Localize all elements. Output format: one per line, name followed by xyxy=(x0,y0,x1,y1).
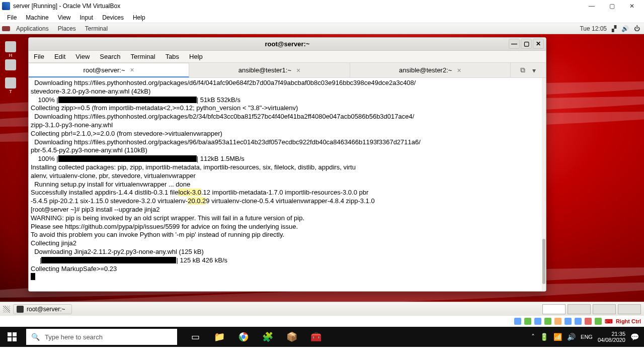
vbox-host-key: Right Ctrl xyxy=(616,318,641,324)
terminal-icon xyxy=(17,306,24,313)
terminal-minimize-button[interactable]: — xyxy=(509,39,520,49)
terminal-close-button[interactable]: ✕ xyxy=(533,39,544,49)
network-icon[interactable]: ▞ xyxy=(612,25,616,32)
tab-close-icon[interactable]: × xyxy=(296,66,300,74)
gnome-menu-applications[interactable]: Applications xyxy=(12,24,53,33)
vbox-audio-icon[interactable] xyxy=(534,318,541,325)
notifications-icon[interactable]: 💬 xyxy=(630,333,639,341)
search-icon: 🔍 xyxy=(31,333,40,341)
windows-search-input[interactable]: 🔍 Type here to search xyxy=(26,329,177,345)
vbox-menu-view[interactable]: View xyxy=(54,13,75,22)
vbox-statusbar: ⌨ Right Ctrl xyxy=(0,316,644,327)
tab-dropdown-icon[interactable]: ▾ xyxy=(532,66,536,74)
taskbar-app-terminal[interactable]: root@server:~ xyxy=(13,304,72,314)
terminal-maximize-button[interactable]: ▢ xyxy=(521,39,532,49)
system-tray: ˄ 🔋 📶 🔊 ENG 21:35 04/08/2020 💬 xyxy=(526,331,644,343)
progress-bar xyxy=(41,257,176,263)
sound-icon[interactable]: 🔊 xyxy=(567,333,576,341)
language-indicator[interactable]: ENG xyxy=(581,334,593,340)
terminal-menu-tabs[interactable]: Tabs xyxy=(160,51,184,62)
app-icon-1[interactable]: 🧩 xyxy=(256,327,280,347)
vbox-hdd-icon[interactable] xyxy=(514,318,521,325)
terminal-titlebar[interactable]: root@server:~ — ▢ ✕ xyxy=(29,38,546,51)
terminal-menu-view[interactable]: View xyxy=(70,51,95,62)
terminal-menu-file[interactable]: File xyxy=(29,51,49,62)
svg-point-1 xyxy=(242,335,246,339)
workspace-4[interactable] xyxy=(618,304,641,314)
tab-label: root@server:~ xyxy=(84,66,125,74)
vbox-menu-devices[interactable]: Devices xyxy=(98,13,128,22)
tab-close-icon[interactable]: × xyxy=(457,66,461,74)
chrome-icon[interactable] xyxy=(231,327,256,347)
gnome-activities-icon xyxy=(2,26,10,31)
terminal-scrollbar[interactable] xyxy=(542,78,546,291)
workspace-2[interactable] xyxy=(568,304,591,314)
vbox-shared-folders-icon[interactable] xyxy=(565,318,572,325)
guest-taskbar: root@server:~ xyxy=(0,302,644,316)
terminal-tabstrip: root@server:~ × ansible@tester1:~ × ansi… xyxy=(29,63,546,78)
vbox-menu-machine[interactable]: Machine xyxy=(22,13,52,22)
search-placeholder: Type here to search xyxy=(45,333,103,341)
app-icon-2[interactable]: 🧰 xyxy=(304,327,328,347)
vbox-usb-icon[interactable] xyxy=(554,318,561,325)
tray-time: 21:35 xyxy=(598,331,625,337)
gnome-clock[interactable]: Tue 12:05 xyxy=(580,25,607,32)
file-explorer-icon[interactable]: 📁 xyxy=(207,327,231,347)
vbox-optical-icon[interactable] xyxy=(524,318,531,325)
vbox-maximize-button[interactable]: ▢ xyxy=(602,0,622,12)
tray-overflow-icon[interactable]: ˄ xyxy=(531,333,535,341)
tab-label: ansible@tester1:~ xyxy=(238,66,291,74)
terminal-tab-1[interactable]: ansible@tester1:~ × xyxy=(189,63,350,77)
wifi-icon[interactable]: 📶 xyxy=(553,333,562,341)
workspace-3[interactable] xyxy=(593,304,616,314)
terminal-menubar: File Edit View Search Terminal Tabs Help xyxy=(29,51,546,63)
progress-bar xyxy=(58,155,197,162)
virtualbox-taskbar-icon[interactable]: 📦 xyxy=(280,327,304,347)
terminal-window: root@server:~ — ▢ ✕ File Edit View Searc… xyxy=(28,37,546,292)
vbox-menu-file[interactable]: File xyxy=(3,13,21,22)
terminal-title: root@server:~ xyxy=(265,40,310,48)
workspace-1[interactable] xyxy=(542,304,566,314)
vbox-menu-input[interactable]: Input xyxy=(76,13,98,22)
chrome-svg-icon xyxy=(238,332,249,342)
gnome-menu-terminal[interactable]: Terminal xyxy=(81,24,112,33)
terminal-tab-0[interactable]: root@server:~ × xyxy=(29,63,189,77)
battery-icon[interactable]: 🔋 xyxy=(540,333,548,341)
guest-display: Applications Places Terminal Tue 12:05 ▞… xyxy=(0,23,644,316)
tab-label: ansible@tester2:~ xyxy=(399,66,452,74)
terminal-menu-terminal[interactable]: Terminal xyxy=(126,51,160,62)
terminal-tab-2[interactable]: ansible@tester2:~ × xyxy=(350,63,511,77)
tab-close-icon[interactable]: × xyxy=(130,66,134,74)
windows-taskbar: 🔍 Type here to search ▭ 📁 🧩 📦 🧰 ˄ 🔋 📶 🔊 … xyxy=(0,327,644,347)
desktop-icon[interactable]: H xyxy=(3,41,18,59)
terminal-menu-help[interactable]: Help xyxy=(184,51,208,62)
volume-icon[interactable]: 🔊 xyxy=(621,25,629,32)
vbox-window-title: server [Running] - Oracle VM VirtualBox xyxy=(13,3,582,10)
clock[interactable]: 21:35 04/08/2020 xyxy=(598,331,625,343)
power-icon[interactable]: ⏻ xyxy=(634,25,640,32)
new-tab-icon[interactable]: ⧉ xyxy=(520,66,525,74)
desktop-icon[interactable]: T xyxy=(3,77,18,96)
vbox-network-icon[interactable] xyxy=(544,318,551,325)
start-button[interactable] xyxy=(0,327,24,347)
vbox-close-button[interactable]: ✕ xyxy=(622,0,642,12)
gnome-menu-places[interactable]: Places xyxy=(54,24,80,33)
terminal-output[interactable]: Downloading https://files.pythonhosted.o… xyxy=(29,78,546,291)
vbox-menu-help[interactable]: Help xyxy=(129,13,149,22)
terminal-menu-search[interactable]: Search xyxy=(95,51,125,62)
task-view-icon[interactable]: ▭ xyxy=(183,327,207,347)
scrollbar-thumb[interactable] xyxy=(542,239,545,284)
vbox-cpu-icon[interactable] xyxy=(595,318,602,325)
vbox-recording-icon[interactable] xyxy=(585,318,592,325)
vbox-menubar: File Machine View Input Devices Help xyxy=(0,12,644,23)
windows-logo-icon xyxy=(8,332,17,341)
terminal-cursor xyxy=(31,273,35,280)
progress-bar xyxy=(58,97,197,103)
vbox-display-icon[interactable] xyxy=(575,318,582,325)
tray-date: 04/08/2020 xyxy=(598,337,625,343)
vbox-minimize-button[interactable]: — xyxy=(582,0,602,12)
highlight: 20.0.2 xyxy=(188,197,206,205)
terminal-menu-edit[interactable]: Edit xyxy=(49,51,70,62)
desktop-icon[interactable] xyxy=(3,59,18,77)
vbox-titlebar: server [Running] - Oracle VM VirtualBox … xyxy=(0,0,644,12)
